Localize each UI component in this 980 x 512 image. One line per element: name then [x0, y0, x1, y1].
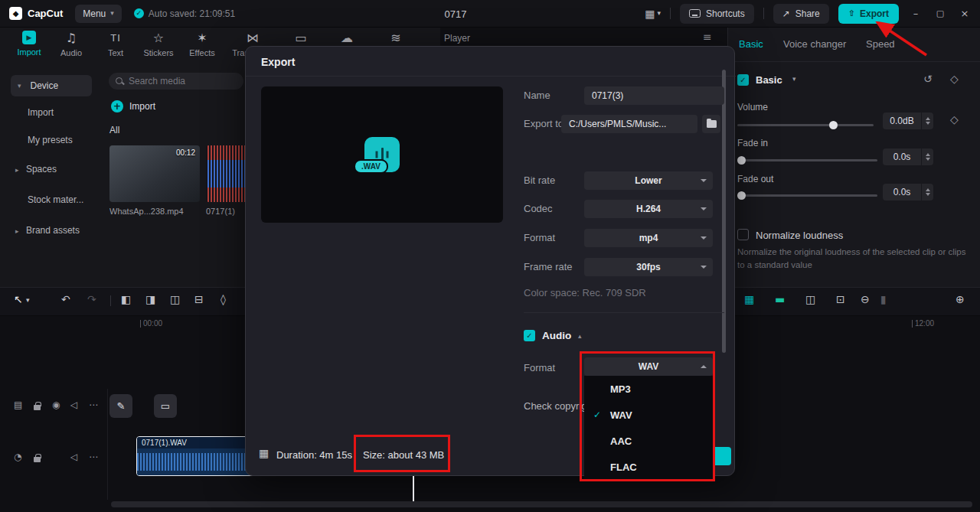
- tool-import[interactable]: ▶ Import: [6, 31, 52, 57]
- share-button[interactable]: ↗ Share: [773, 4, 829, 24]
- horizontal-scrollbar[interactable]: [111, 501, 972, 507]
- mirror-icon[interactable]: ◊: [220, 294, 226, 305]
- link-icon[interactable]: ▬: [775, 294, 785, 305]
- tool-effects[interactable]: ✶ Effects: [179, 31, 225, 57]
- audio-section-checkbox[interactable]: ✓: [524, 330, 535, 341]
- undo-icon[interactable]: ↶: [61, 294, 70, 305]
- snap-icon[interactable]: ▦: [744, 294, 754, 305]
- collapse-track-icon[interactable]: ▤: [14, 400, 22, 409]
- search-input[interactable]: [129, 76, 228, 86]
- zoom-out-icon[interactable]: ⊖: [861, 294, 870, 305]
- player-menu-icon[interactable]: ≡: [703, 31, 712, 42]
- chevron-down-icon[interactable]: ▾: [792, 76, 796, 83]
- frame-rate-dropdown[interactable]: 30fps: [584, 258, 713, 276]
- fade-in-value[interactable]: 0.0s: [883, 148, 921, 165]
- export-preview: .WAV: [261, 86, 503, 223]
- select-cursor-icon[interactable]: ↖: [14, 294, 23, 305]
- lock-icon[interactable]: [34, 402, 41, 413]
- tab-voice-changer[interactable]: Voice changer: [783, 38, 846, 50]
- volume-slider-handle[interactable]: [829, 121, 838, 129]
- codec-dropdown[interactable]: H.264: [584, 200, 713, 218]
- zoom-slider-icon[interactable]: ▮: [880, 294, 887, 305]
- record-icon[interactable]: ◔: [14, 452, 21, 461]
- export-to-field[interactable]: C:/Users/PMLS/Music...: [561, 115, 697, 133]
- close-button[interactable]: ×: [957, 8, 972, 18]
- keyframe-diamond-icon[interactable]: ◇: [950, 73, 959, 84]
- split-left-icon[interactable]: ◧: [121, 294, 131, 305]
- menu-button[interactable]: Menu ▾: [75, 5, 122, 23]
- playhead[interactable]: [413, 476, 414, 501]
- preview-axis-icon[interactable]: ◫: [805, 294, 815, 305]
- sidebar-item-import[interactable]: Import: [28, 107, 54, 118]
- media-filter-all[interactable]: All: [109, 125, 119, 135]
- tab-basic[interactable]: Basic: [739, 38, 763, 50]
- tool-text[interactable]: TI Text: [93, 31, 139, 57]
- audio-format-dropdown[interactable]: WAV: [584, 357, 713, 376]
- format-option-aac[interactable]: AAC: [584, 428, 713, 454]
- format-option-wav[interactable]: ✓ WAV: [584, 402, 713, 428]
- fade-out-value[interactable]: 0.0s: [883, 184, 921, 201]
- plus-icon: +: [111, 100, 123, 113]
- chevron-up-icon[interactable]: ▴: [578, 333, 582, 340]
- layout-switch-button[interactable]: ▦ ▾: [645, 8, 661, 19]
- format-option-mp3[interactable]: MP3: [584, 376, 713, 402]
- tool-audio[interactable]: ♫ Audio: [48, 31, 94, 57]
- delete-icon[interactable]: ⊟: [194, 294, 204, 305]
- keyframe-diamond-icon[interactable]: ◇: [950, 114, 959, 125]
- eye-icon[interactable]: ◉: [52, 400, 60, 409]
- basic-section-checkbox[interactable]: ✓: [737, 74, 749, 86]
- edit-tool-button[interactable]: ✎: [109, 394, 132, 418]
- import-media-button[interactable]: + Import: [111, 100, 155, 113]
- maximize-button[interactable]: ▢: [933, 9, 948, 18]
- sidebar-item-device[interactable]: ▾ Device: [11, 75, 92, 96]
- text-tool-button[interactable]: ▭: [154, 394, 177, 418]
- name-field[interactable]: 0717(3): [584, 86, 724, 105]
- speaker-icon[interactable]: ◁: [70, 400, 77, 409]
- mask-icon[interactable]: ⊡: [836, 294, 845, 305]
- more-icon[interactable]: ⋯: [89, 400, 98, 409]
- pencil-icon: ✎: [117, 401, 126, 411]
- fade-out-slider[interactable]: [737, 194, 877, 197]
- format-option-flac[interactable]: FLAC: [584, 454, 713, 480]
- checkbox-checked-icon: ✓: [737, 74, 749, 86]
- sidebar-item-my-presets[interactable]: My presets: [28, 135, 73, 145]
- volume-slider[interactable]: [737, 124, 874, 126]
- fade-in-slider[interactable]: [737, 159, 877, 161]
- fade-in-value-group: 0.0s: [883, 148, 933, 165]
- tool-stickers[interactable]: ☆ Stickers: [136, 31, 181, 57]
- sidebar-item-spaces[interactable]: ▸ Spaces: [15, 164, 57, 174]
- adjustment-icon: ≋: [390, 31, 400, 45]
- export-button[interactable]: ⇧ Export: [838, 4, 899, 24]
- more-icon[interactable]: ⋯: [89, 452, 98, 461]
- volume-stepper[interactable]: [922, 113, 933, 129]
- fade-in-slider-handle[interactable]: [737, 156, 746, 165]
- split-icon[interactable]: ◫: [170, 294, 180, 305]
- sidebar-item-stock-materials[interactable]: Stock mater...: [28, 194, 83, 205]
- fade-out-slider-handle[interactable]: [737, 191, 746, 200]
- zoom-in-icon[interactable]: ⊕: [956, 294, 965, 305]
- chevron-down-icon[interactable]: ▾: [26, 297, 30, 304]
- reset-icon[interactable]: ↺: [923, 73, 933, 84]
- dialog-scrollbar[interactable]: [722, 70, 726, 353]
- shortcuts-button[interactable]: Shortcuts: [680, 4, 754, 24]
- divider: [246, 76, 736, 77]
- fade-in-stepper[interactable]: [922, 148, 933, 165]
- normalize-checkbox[interactable]: [737, 229, 749, 240]
- fade-out-stepper[interactable]: [922, 184, 933, 201]
- audio-format-menu: MP3 ✓ WAV AAC FLAC: [584, 376, 713, 480]
- format-dropdown[interactable]: mp4: [584, 229, 713, 247]
- bit-rate-dropdown[interactable]: Lower: [584, 171, 713, 190]
- chevron-right-icon: ▸: [15, 166, 19, 174]
- redo-icon[interactable]: ↷: [87, 294, 96, 305]
- minimize-button[interactable]: –: [908, 8, 923, 18]
- speaker-icon[interactable]: ◁: [70, 452, 77, 461]
- browse-folder-button[interactable]: [702, 115, 720, 133]
- volume-value[interactable]: 0.0dB: [883, 113, 921, 129]
- divider: [670, 8, 671, 19]
- player-title: Player: [444, 33, 470, 44]
- divider: [110, 295, 111, 306]
- media-thumbnail-video[interactable]: 00:12: [109, 145, 200, 202]
- split-right-icon[interactable]: ◨: [145, 294, 155, 305]
- sidebar-item-brand-assets[interactable]: ▸ Brand assets: [15, 225, 80, 236]
- lock-icon[interactable]: [34, 454, 41, 465]
